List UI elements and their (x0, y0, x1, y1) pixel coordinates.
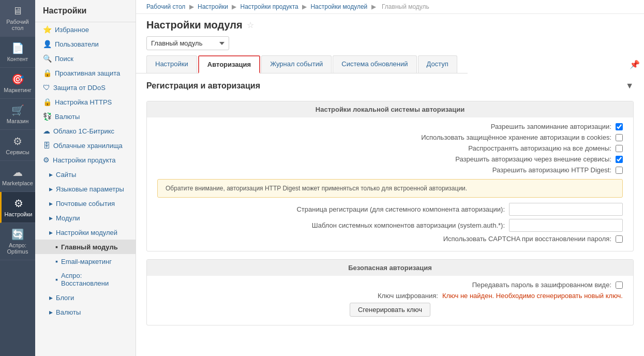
nav-label-settings: Настройки (5, 211, 33, 217)
transmit-checkbox[interactable] (616, 281, 623, 289)
sidebar-item-modules[interactable]: ▸Модули (35, 211, 136, 225)
form-row-http-digest: Разрешить авторизацию HTTP Digest: (157, 166, 623, 174)
sidebar-item-https[interactable]: 🔒Настройка HTTPS (35, 95, 136, 109)
sidebar-item-lang[interactable]: ▸Языковые параметры (35, 182, 136, 196)
form-row-remember-auth: Разрешить запоминание авторизации: (157, 123, 623, 130)
sidebar-icon-product-settings: ⚙ (43, 156, 50, 164)
nav-item-services[interactable]: ⚙Сервисы (0, 130, 35, 161)
sidebar-icon-email-marketing: ▪ (55, 257, 58, 265)
nav-item-desktop[interactable]: 🖥Рабочий стол (0, 0, 35, 37)
checkbox-all-domains[interactable] (616, 145, 623, 152)
nav-item-marketplace[interactable]: ☁Marketplace (0, 161, 35, 192)
sidebar-icon-blogs: ▸ (49, 293, 53, 302)
sidebar-label-modules: Модули (56, 214, 80, 222)
sidebar-label-ddos: Защита от DDoS (53, 84, 106, 92)
main-content: Рабочий стол ▶ Настройки ▶ Настройки про… (136, 0, 644, 356)
sidebar-item-search[interactable]: 🔍Поиск (35, 51, 136, 66)
tabs-wrapper: НастройкиАвторизацияЖурнал событийСистем… (136, 55, 644, 73)
sidebar-icon-currencies2: ▸ (49, 308, 53, 316)
breadcrumb-sep-2: ▶ (230, 3, 238, 10)
sidebar-item-product-settings[interactable]: ⚙Настройки продукта (35, 153, 136, 167)
nav-label-marketing: Маркетинг (4, 87, 31, 93)
gen-btn-row: Сгенерировать ключ (157, 303, 623, 317)
sidebar-item-main-module[interactable]: ▪Главный модуль (35, 240, 136, 254)
sidebar-item-currencies[interactable]: 💱Валюты (35, 109, 136, 124)
registration-page-label: Страница регистрации (для системного ком… (296, 205, 505, 213)
label-remember-auth: Разрешить запоминание авторизации: (491, 123, 611, 130)
page-title: Настройки модуля (146, 19, 243, 31)
key-label: Ключ шифрования: (378, 292, 438, 300)
template-input[interactable] (509, 219, 623, 232)
sidebar-item-sites[interactable]: ▸Сайты (35, 167, 136, 182)
sidebar-label-email-marketing: Email-маркетинг (61, 258, 112, 265)
breadcrumb-sep-1: ▶ (187, 3, 196, 10)
sidebar-label-search: Поиск (55, 55, 73, 63)
nav-icon-services: ⚙ (13, 135, 22, 147)
notice-box: Обратите внимание, авторизация HTTP Dige… (157, 179, 623, 198)
star-icon[interactable]: ☆ (247, 20, 254, 30)
module-select[interactable]: Главный модульEmail-маркетинг (146, 36, 229, 50)
section-header: Регистрация и авторизация ▼ (146, 81, 634, 93)
sidebar-item-currencies2[interactable]: ▸Валюты (35, 305, 136, 319)
breadcrumb-link-3[interactable]: Настройки модулей (310, 3, 367, 10)
sidebar-item-favorites[interactable]: ⭐Избранное (35, 22, 136, 37)
nav-label-aspro: Аспро: Optimus (3, 242, 33, 255)
checkbox-remember-auth[interactable] (616, 123, 623, 130)
tab-access[interactable]: Доступ (418, 55, 457, 73)
template-label: Шаблон системных компонентов авторизации… (312, 221, 505, 229)
tab-events[interactable]: Журнал событий (261, 55, 332, 73)
captcha-checkbox[interactable] (616, 235, 623, 243)
sidebar-item-email-marketing[interactable]: ▪Email-маркетинг (35, 254, 136, 269)
tab-auth[interactable]: Авторизация (198, 55, 260, 73)
nav-item-shop[interactable]: 🛒Магазин (0, 99, 35, 130)
registration-page-input[interactable] (509, 203, 623, 216)
sidebar-item-blogs[interactable]: ▸Блоги (35, 290, 136, 305)
sidebar-label-blogs: Блоги (56, 294, 74, 302)
breadcrumb-sep-3: ▶ (301, 3, 309, 10)
sidebar-item-ddos[interactable]: 🛡Защита от DDoS (35, 80, 136, 95)
registration-page-row: Страница регистрации (для системного ком… (157, 203, 623, 216)
label-secure-cookies: Использовать защищённое хранение авториз… (421, 134, 611, 141)
checkbox-secure-cookies[interactable] (616, 134, 623, 141)
content-area: Регистрация и авторизация ▼ Настройки ло… (136, 73, 644, 356)
sidebar-icon-users: 👤 (43, 40, 52, 48)
generate-key-button[interactable]: Сгенерировать ключ (350, 303, 430, 317)
sidebar-label-cloud: Облачные хранилища (53, 142, 123, 150)
sidebar-item-bitrix[interactable]: ☁Облако 1С-Битрикс (35, 124, 136, 138)
local-auth-rows: Разрешить запоминание авторизации: Испол… (157, 123, 623, 174)
nav-item-marketing[interactable]: 🎯Маркетинг (0, 68, 35, 99)
key-text: Ключ не найден. Необходимо сгенерировать… (442, 292, 623, 300)
template-row: Шаблон системных компонентов авторизации… (157, 219, 623, 232)
sidebar-item-proactive[interactable]: 🔒Проактивная защита (35, 66, 136, 80)
breadcrumb: Рабочий стол ▶ Настройки ▶ Настройки про… (136, 0, 644, 14)
sidebar-label-currencies: Валюты (55, 113, 80, 121)
nav-icon-content: 📄 (11, 42, 24, 54)
sidebar-label-currencies2: Валюты (56, 308, 81, 316)
nav-item-content[interactable]: 📄Контент (0, 37, 35, 68)
nav-item-settings[interactable]: ⚙Настройки (0, 192, 35, 223)
key-row: Ключ шифрования: Ключ не найден. Необход… (157, 292, 623, 300)
checkbox-http-digest[interactable] (616, 167, 623, 174)
collapse-arrow[interactable]: ▼ (625, 81, 634, 91)
sidebar-item-aspro-recovery[interactable]: ▪Аспро: Восстановлени (35, 269, 136, 290)
breadcrumb-link-2[interactable]: Настройки продукта (241, 3, 298, 10)
breadcrumb-link-1[interactable]: Настройки (198, 3, 228, 10)
sidebar-icon-modules: ▸ (49, 214, 53, 222)
breadcrumb-link-0[interactable]: Рабочий стол (146, 3, 185, 10)
sidebar-item-mail[interactable]: ▸Почтовые события (35, 196, 136, 211)
sidebar-icon-main-module: ▪ (55, 243, 58, 251)
tab-settings[interactable]: Настройки (146, 55, 197, 73)
pin-icon[interactable]: 📌 (625, 55, 644, 73)
form-row-secure-cookies: Использовать защищённое хранение авториз… (157, 134, 623, 141)
sidebar-item-users[interactable]: 👤Пользователи (35, 37, 136, 51)
sidebar-label-https: Настройка HTTPS (55, 98, 112, 106)
tab-updates[interactable]: Система обновлений (333, 55, 416, 73)
nav-item-aspro[interactable]: 🔄Аспро: Optimus (0, 223, 35, 260)
breadcrumb-sep-4: ▶ (369, 3, 378, 10)
sidebar-icon-sites: ▸ (49, 170, 53, 179)
checkbox-external-services[interactable] (616, 156, 623, 163)
sidebar-item-cloud[interactable]: 🗄Облачные хранилища (35, 138, 136, 153)
sidebar-icon-ddos: 🛡 (43, 83, 50, 92)
sidebar-label-aspro-recovery: Аспро: Восстановлени (61, 272, 130, 287)
sidebar-item-module-settings[interactable]: ▸Настройки модулей (35, 225, 136, 240)
